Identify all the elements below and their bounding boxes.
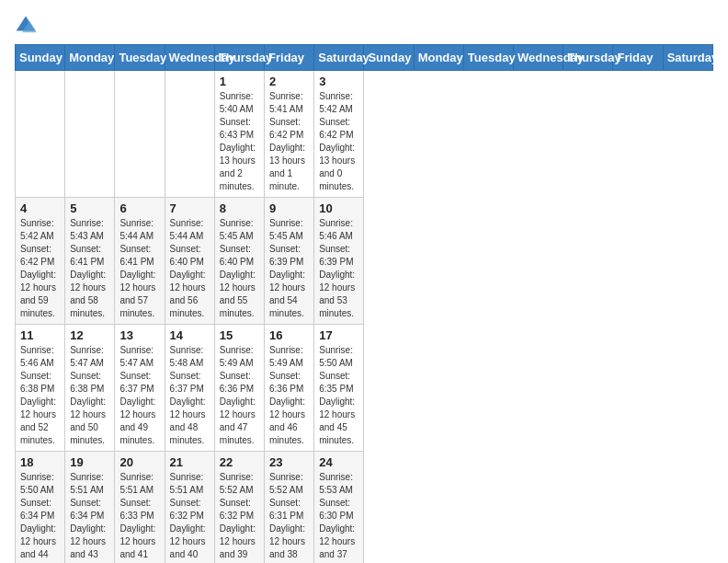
day-number: 4 xyxy=(20,201,60,215)
day-number: 14 xyxy=(170,328,210,342)
calendar-cell: 24Sunrise: 5:53 AM Sunset: 6:30 PM Dayli… xyxy=(314,452,364,564)
day-number: 13 xyxy=(119,328,159,342)
day-number: 7 xyxy=(170,201,210,215)
calendar-cell xyxy=(115,71,165,198)
day-info: Sunrise: 5:51 AM Sunset: 6:33 PM Dayligh… xyxy=(119,471,159,563)
calendar-cell: 17Sunrise: 5:50 AM Sunset: 6:35 PM Dayli… xyxy=(314,325,364,452)
calendar-cell xyxy=(65,71,115,198)
col-header-saturday: Saturday xyxy=(663,45,712,71)
day-info: Sunrise: 5:53 AM Sunset: 6:30 PM Dayligh… xyxy=(319,471,358,563)
calendar-cell: 2Sunrise: 5:41 AM Sunset: 6:42 PM Daylig… xyxy=(265,71,314,198)
day-info: Sunrise: 5:51 AM Sunset: 6:32 PM Dayligh… xyxy=(170,471,210,563)
calendar-cell: 18Sunrise: 5:50 AM Sunset: 6:34 PM Dayli… xyxy=(16,452,65,564)
calendar-cell: 20Sunrise: 5:51 AM Sunset: 6:33 PM Dayli… xyxy=(115,452,165,564)
logo-icon xyxy=(15,15,37,37)
calendar-cell: 11Sunrise: 5:46 AM Sunset: 6:38 PM Dayli… xyxy=(16,325,65,452)
day-number: 19 xyxy=(70,455,109,469)
calendar-week-row: 11Sunrise: 5:46 AM Sunset: 6:38 PM Dayli… xyxy=(16,325,713,452)
day-info: Sunrise: 5:52 AM Sunset: 6:31 PM Dayligh… xyxy=(269,471,309,563)
day-number: 6 xyxy=(119,201,159,215)
day-info: Sunrise: 5:40 AM Sunset: 6:43 PM Dayligh… xyxy=(220,90,259,193)
col-header-sunday: Sunday xyxy=(364,45,414,71)
day-number: 24 xyxy=(319,455,358,469)
day-number: 15 xyxy=(220,328,259,342)
header-tuesday: Tuesday xyxy=(115,45,165,71)
calendar-cell: 14Sunrise: 5:48 AM Sunset: 6:37 PM Dayli… xyxy=(165,325,214,452)
calendar-cell: 8Sunrise: 5:45 AM Sunset: 6:40 PM Daylig… xyxy=(214,198,264,325)
day-info: Sunrise: 5:46 AM Sunset: 6:39 PM Dayligh… xyxy=(319,217,358,320)
header-friday: Friday xyxy=(265,45,314,71)
day-number: 23 xyxy=(269,455,309,469)
calendar-week-row: 4Sunrise: 5:42 AM Sunset: 6:42 PM Daylig… xyxy=(16,198,713,325)
calendar-week-row: 18Sunrise: 5:50 AM Sunset: 6:34 PM Dayli… xyxy=(16,452,713,564)
col-header-thursday: Thursday xyxy=(563,45,613,71)
day-info: Sunrise: 5:49 AM Sunset: 6:36 PM Dayligh… xyxy=(269,344,309,447)
day-number: 10 xyxy=(319,201,358,215)
day-number: 22 xyxy=(220,455,259,469)
header-thursday: Thursday xyxy=(214,45,264,71)
calendar-cell: 3Sunrise: 5:42 AM Sunset: 6:42 PM Daylig… xyxy=(314,71,364,198)
calendar-cell xyxy=(165,71,214,198)
calendar-table: SundayMondayTuesdayWednesdayThursdayFrid… xyxy=(15,44,713,563)
calendar-cell: 13Sunrise: 5:47 AM Sunset: 6:37 PM Dayli… xyxy=(115,325,165,452)
calendar-week-row: 1Sunrise: 5:40 AM Sunset: 6:43 PM Daylig… xyxy=(16,71,713,198)
day-info: Sunrise: 5:51 AM Sunset: 6:34 PM Dayligh… xyxy=(70,471,109,563)
day-number: 11 xyxy=(20,328,60,342)
day-number: 21 xyxy=(170,455,210,469)
calendar-cell: 23Sunrise: 5:52 AM Sunset: 6:31 PM Dayli… xyxy=(265,452,314,564)
day-number: 9 xyxy=(269,201,309,215)
day-info: Sunrise: 5:48 AM Sunset: 6:37 PM Dayligh… xyxy=(170,344,210,447)
day-number: 5 xyxy=(70,201,109,215)
col-header-wednesday: Wednesday xyxy=(514,45,563,71)
day-info: Sunrise: 5:44 AM Sunset: 6:40 PM Dayligh… xyxy=(170,217,210,320)
calendar-cell: 6Sunrise: 5:44 AM Sunset: 6:41 PM Daylig… xyxy=(115,198,165,325)
calendar-header-row: SundayMondayTuesdayWednesdayThursdayFrid… xyxy=(16,45,713,71)
day-info: Sunrise: 5:47 AM Sunset: 6:38 PM Dayligh… xyxy=(70,344,109,447)
logo xyxy=(15,15,40,37)
calendar-cell xyxy=(16,71,65,198)
header-saturday: Saturday xyxy=(314,45,364,71)
calendar-cell: 12Sunrise: 5:47 AM Sunset: 6:38 PM Dayli… xyxy=(65,325,115,452)
header-monday: Monday xyxy=(65,45,115,71)
day-info: Sunrise: 5:50 AM Sunset: 6:34 PM Dayligh… xyxy=(20,471,60,563)
day-info: Sunrise: 5:42 AM Sunset: 6:42 PM Dayligh… xyxy=(20,217,60,320)
calendar-cell: 22Sunrise: 5:52 AM Sunset: 6:32 PM Dayli… xyxy=(214,452,264,564)
day-number: 2 xyxy=(269,75,309,88)
day-info: Sunrise: 5:47 AM Sunset: 6:37 PM Dayligh… xyxy=(119,344,159,447)
calendar-cell: 9Sunrise: 5:45 AM Sunset: 6:39 PM Daylig… xyxy=(265,198,314,325)
day-number: 12 xyxy=(70,328,109,342)
day-number: 16 xyxy=(269,328,309,342)
day-info: Sunrise: 5:41 AM Sunset: 6:42 PM Dayligh… xyxy=(269,90,309,193)
day-number: 20 xyxy=(119,455,159,469)
col-header-tuesday: Tuesday xyxy=(463,45,513,71)
calendar-cell: 4Sunrise: 5:42 AM Sunset: 6:42 PM Daylig… xyxy=(16,198,65,325)
header-sunday: Sunday xyxy=(16,45,65,71)
day-info: Sunrise: 5:45 AM Sunset: 6:39 PM Dayligh… xyxy=(269,217,309,320)
day-info: Sunrise: 5:52 AM Sunset: 6:32 PM Dayligh… xyxy=(220,471,259,563)
calendar-cell: 5Sunrise: 5:43 AM Sunset: 6:41 PM Daylig… xyxy=(65,198,115,325)
day-number: 18 xyxy=(20,455,60,469)
calendar-cell: 1Sunrise: 5:40 AM Sunset: 6:43 PM Daylig… xyxy=(214,71,264,198)
day-info: Sunrise: 5:44 AM Sunset: 6:41 PM Dayligh… xyxy=(119,217,159,320)
col-header-monday: Monday xyxy=(414,45,463,71)
day-info: Sunrise: 5:50 AM Sunset: 6:35 PM Dayligh… xyxy=(319,344,358,447)
day-info: Sunrise: 5:46 AM Sunset: 6:38 PM Dayligh… xyxy=(20,344,60,447)
calendar-cell: 16Sunrise: 5:49 AM Sunset: 6:36 PM Dayli… xyxy=(265,325,314,452)
col-header-friday: Friday xyxy=(613,45,663,71)
day-info: Sunrise: 5:49 AM Sunset: 6:36 PM Dayligh… xyxy=(220,344,259,447)
day-number: 17 xyxy=(319,328,358,342)
calendar-cell: 15Sunrise: 5:49 AM Sunset: 6:36 PM Dayli… xyxy=(214,325,264,452)
calendar-cell: 10Sunrise: 5:46 AM Sunset: 6:39 PM Dayli… xyxy=(314,198,364,325)
day-number: 3 xyxy=(319,75,358,88)
day-number: 1 xyxy=(220,75,259,88)
day-info: Sunrise: 5:45 AM Sunset: 6:40 PM Dayligh… xyxy=(220,217,259,320)
header-wednesday: Wednesday xyxy=(165,45,214,71)
day-info: Sunrise: 5:43 AM Sunset: 6:41 PM Dayligh… xyxy=(70,217,109,320)
calendar-cell: 21Sunrise: 5:51 AM Sunset: 6:32 PM Dayli… xyxy=(165,452,214,564)
calendar-cell: 19Sunrise: 5:51 AM Sunset: 6:34 PM Dayli… xyxy=(65,452,115,564)
page-header xyxy=(15,15,713,37)
day-number: 8 xyxy=(220,201,259,215)
day-info: Sunrise: 5:42 AM Sunset: 6:42 PM Dayligh… xyxy=(319,90,358,193)
calendar-cell: 7Sunrise: 5:44 AM Sunset: 6:40 PM Daylig… xyxy=(165,198,214,325)
